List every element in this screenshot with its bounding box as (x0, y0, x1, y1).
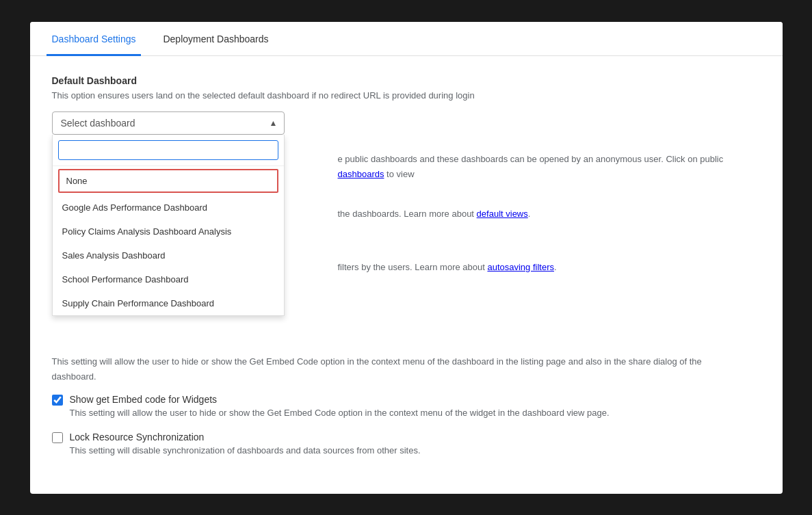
show-embed-code-label[interactable]: Show get Embed code for Widgets (70, 394, 610, 405)
show-embed-code-desc: This setting will allow the user to hide… (70, 408, 610, 418)
show-embed-code-checkbox[interactable] (52, 395, 63, 406)
default-dashboard-desc: This option ensures users land on the se… (52, 90, 761, 101)
dashboard-dropdown: None Google Ads Performance Dashboard Po… (52, 135, 285, 316)
dropdown-option-sales-analysis[interactable]: Sales Analysis Dashboard (53, 243, 284, 267)
chevron-up-icon: ▲ (270, 118, 278, 128)
dashboard-select-box[interactable]: Select dashboard ▲ (52, 111, 285, 135)
show-embed-code-row: Show get Embed code for Widgets This set… (52, 394, 761, 418)
autosaving-text: filters by the users. Learn more about a… (338, 260, 761, 275)
default-dashboard-section: Default Dashboard This option ensures us… (52, 75, 761, 135)
dropdown-search-container[interactable] (53, 135, 284, 166)
default-views-link[interactable]: default views (477, 209, 528, 219)
embed-code-header-desc: This setting will allow the user to hide… (52, 354, 761, 385)
lock-resource-sync-label[interactable]: Lock Resource Synchronization (70, 432, 421, 443)
dashboards-link[interactable]: dashboards (338, 169, 384, 179)
dropdown-option-none[interactable]: None (58, 169, 278, 193)
dropdown-option-supply-chain[interactable]: Supply Chain Performance Dashboard (53, 291, 284, 315)
dropdown-search-input[interactable] (58, 140, 278, 160)
dropdown-option-school-performance[interactable]: School Performance Dashboard (53, 267, 284, 291)
dashboard-select-container[interactable]: Select dashboard ▲ None Google Ads Perfo… (52, 111, 285, 135)
tabs-bar: Dashboard Settings Deployment Dashboards (30, 22, 783, 56)
tab-dashboard-settings[interactable]: Dashboard Settings (47, 23, 142, 56)
default-dashboard-title: Default Dashboard (52, 75, 761, 86)
select-placeholder: Select dashboard (61, 118, 135, 129)
lock-resource-sync-checkbox[interactable] (52, 432, 63, 443)
public-dashboards-text: e public dashboards and these dashboards… (338, 152, 761, 182)
tab-deployment-dashboards[interactable]: Deployment Dashboards (157, 23, 274, 56)
lock-resource-sync-desc: This setting will disable synchronizatio… (70, 445, 421, 455)
autosaving-filters-link[interactable]: autosaving filters (487, 262, 554, 272)
dropdown-option-google-ads[interactable]: Google Ads Performance Dashboard (53, 196, 284, 220)
default-views-text: the dashboards. Learn more about default… (338, 207, 761, 222)
dropdown-option-policy-claims[interactable]: Policy Claims Analysis Dashboard Analysi… (53, 220, 284, 243)
lock-resource-sync-row: Lock Resource Synchronization This setti… (52, 432, 761, 455)
